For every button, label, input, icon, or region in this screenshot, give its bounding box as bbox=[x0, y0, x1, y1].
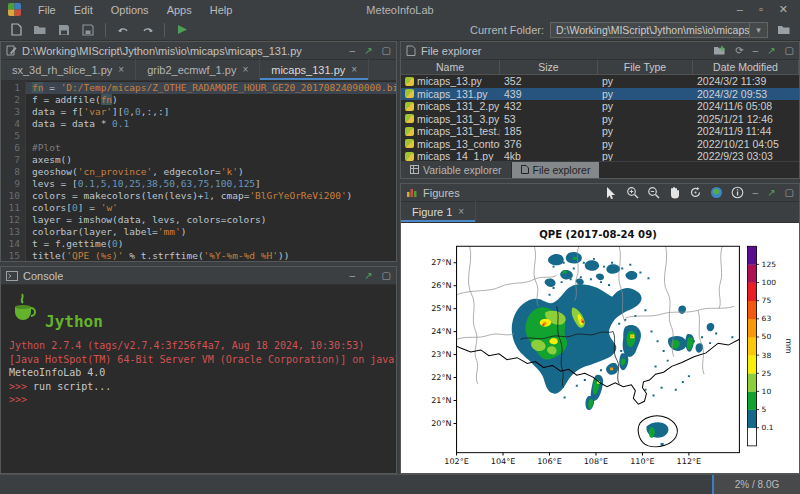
save-as-icon[interactable] bbox=[78, 21, 98, 39]
table-row[interactable]: micaps_13_contourf.py376py2022/10/21 04:… bbox=[401, 138, 799, 151]
table-row[interactable]: micaps_131_test.py185py2024/11/9 11:44 bbox=[401, 125, 799, 138]
menu-file[interactable]: File bbox=[29, 4, 65, 16]
run-script-icon[interactable] bbox=[172, 21, 192, 39]
save-icon[interactable] bbox=[54, 21, 74, 39]
svg-text:21°N: 21°N bbox=[431, 396, 451, 405]
float-panel-icon[interactable]: ↗ bbox=[364, 45, 372, 56]
code-editor[interactable]: 123456789101112131415 fn = 'D:/Temp/mica… bbox=[1, 81, 396, 261]
code-line[interactable]: f = addfile(fn) bbox=[26, 94, 396, 106]
console-panel-title: Console bbox=[23, 270, 63, 282]
code-line[interactable]: t = f.gettime(0) bbox=[26, 238, 396, 250]
table-row[interactable]: micaps_13.py352py2024/3/2 11:39 bbox=[401, 75, 799, 88]
figure-canvas[interactable]: QPE (2017-08-24 09)102°E104°E106°E108°E1… bbox=[401, 223, 799, 473]
close-window-icon[interactable]: ✕ bbox=[779, 3, 788, 16]
python-file-icon bbox=[405, 114, 414, 123]
app-logo-icon bbox=[8, 3, 21, 16]
file-icon bbox=[406, 45, 416, 56]
close-tab-icon[interactable]: × bbox=[118, 64, 124, 75]
line-number: 7 bbox=[1, 154, 20, 166]
tab-variable-explorer[interactable]: Variable explorer bbox=[401, 162, 512, 178]
figure-area: QPE (2017-08-24 09)102°E104°E106°E108°E1… bbox=[401, 223, 799, 473]
zoom-out-icon[interactable] bbox=[646, 185, 661, 200]
menu-options[interactable]: Options bbox=[102, 4, 158, 16]
file-type-cell: py bbox=[598, 75, 693, 87]
refresh-icon[interactable]: ⟳ bbox=[735, 45, 743, 56]
minimize-window-icon[interactable]: – bbox=[737, 3, 743, 16]
minimize-panel-icon[interactable]: – bbox=[753, 45, 759, 56]
minimize-panel-icon[interactable]: – bbox=[753, 187, 759, 198]
table-row[interactable]: micaps_131_2.py432py2024/11/6 05:08 bbox=[401, 100, 799, 113]
table-row[interactable]: micaps_14_1.py4kbpy2022/9/23 03:03 bbox=[401, 150, 799, 161]
browse-folder-icon[interactable] bbox=[774, 21, 794, 39]
console-output[interactable]: Jython Jython 2.7.4 (tags/v2.7.4:3f256f4… bbox=[1, 285, 396, 473]
figure-tab-bar: Figure 1 × bbox=[401, 202, 799, 223]
code-line[interactable] bbox=[26, 130, 396, 142]
column-header[interactable]: Name bbox=[401, 60, 500, 74]
editor-panel: D:\Working\MIScript\Jython\mis\io\micaps… bbox=[0, 41, 397, 262]
table-row[interactable]: micaps_131_3.py53py2025/1/21 12:46 bbox=[401, 113, 799, 126]
file-table-rows: micaps_13.py352py2024/3/2 11:39micaps_13… bbox=[401, 75, 799, 161]
editor-tab[interactable]: micaps_131.py× bbox=[260, 59, 369, 80]
line-number: 3 bbox=[1, 106, 20, 118]
column-header[interactable]: Size bbox=[500, 60, 598, 74]
code-line[interactable]: colorbar(layer, label='mm') bbox=[26, 226, 396, 238]
undo-icon[interactable] bbox=[113, 21, 133, 39]
current-folder-combobox[interactable]: D:\Working\MIScript\Jython\mis\io\micaps… bbox=[550, 22, 768, 38]
code-line[interactable]: data = f['var'][0,0,:,:] bbox=[26, 106, 396, 118]
code-line[interactable]: #Plot bbox=[26, 142, 396, 154]
code-line[interactable]: geoshow('cn_province', edgecolor='k') bbox=[26, 166, 396, 178]
zoom-in-icon[interactable] bbox=[625, 185, 640, 200]
file-size-cell: 376 bbox=[500, 138, 598, 150]
maximize-panel-icon[interactable]: ▢ bbox=[785, 45, 794, 56]
minimize-panel-icon[interactable]: – bbox=[350, 45, 356, 56]
figure-tab[interactable]: Figure 1 × bbox=[401, 201, 476, 222]
code-line[interactable]: layer = imshow(data, levs, colors=colors… bbox=[26, 214, 396, 226]
code-line[interactable]: colors[0] = 'w' bbox=[26, 202, 396, 214]
column-header[interactable]: Date Modified bbox=[693, 60, 799, 74]
code-line[interactable]: fn = 'D:/Temp/micaps/Z_OTHE_RADAMQPE_HOU… bbox=[26, 82, 396, 94]
redo-icon[interactable] bbox=[137, 21, 157, 39]
menu-apps[interactable]: Apps bbox=[158, 4, 201, 16]
code-line[interactable]: levs = [0.1,5,10,25,38,50,63,75,100,125] bbox=[26, 178, 396, 190]
close-tab-icon[interactable]: × bbox=[351, 64, 357, 75]
file-date-cell: 2024/11/6 05:08 bbox=[693, 100, 799, 112]
file-size-cell: 185 bbox=[500, 125, 598, 137]
editor-tab[interactable]: grib2_ecmwf_1.py× bbox=[136, 59, 260, 80]
svg-text:50: 50 bbox=[762, 333, 772, 342]
minimize-panel-icon[interactable]: – bbox=[350, 270, 356, 281]
pointer-cursor-icon[interactable] bbox=[604, 185, 619, 200]
menu-edit[interactable]: Edit bbox=[65, 4, 102, 16]
info-icon[interactable] bbox=[730, 185, 745, 200]
tab-file-explorer[interactable]: File explorer bbox=[512, 162, 601, 178]
new-folder-icon[interactable] bbox=[713, 45, 726, 56]
maximize-panel-icon[interactable]: ▢ bbox=[382, 270, 391, 281]
editor-tab[interactable]: sx_3d_rh_slice_1.py× bbox=[1, 59, 136, 80]
figure-tab-label: Figure 1 bbox=[412, 206, 452, 218]
maximize-window-icon[interactable]: ▫ bbox=[759, 3, 763, 16]
rotate-icon[interactable] bbox=[688, 185, 703, 200]
pan-hand-icon[interactable] bbox=[667, 185, 682, 200]
table-row[interactable]: micaps_131.py439py2024/3/2 09:53 bbox=[401, 88, 799, 101]
column-header[interactable]: File Type bbox=[598, 60, 693, 74]
code-line[interactable]: axesm() bbox=[26, 154, 396, 166]
globe-icon[interactable] bbox=[709, 185, 724, 200]
float-panel-icon[interactable]: ↗ bbox=[767, 45, 775, 56]
float-panel-icon[interactable]: ↗ bbox=[767, 187, 775, 198]
open-file-icon[interactable] bbox=[30, 21, 50, 39]
figures-title: Figures bbox=[423, 187, 460, 199]
close-tab-icon[interactable]: × bbox=[242, 64, 248, 75]
code-line[interactable]: data = data * 0.1 bbox=[26, 118, 396, 130]
svg-text:22°N: 22°N bbox=[431, 373, 451, 382]
float-panel-icon[interactable]: ↗ bbox=[364, 270, 372, 281]
new-file-icon[interactable] bbox=[6, 21, 26, 39]
close-tab-icon[interactable]: × bbox=[458, 206, 464, 217]
code-line[interactable]: title('QPE (%s)' % t.strftime('%Y-%m-%d … bbox=[26, 250, 396, 261]
menu-help[interactable]: Help bbox=[201, 4, 242, 16]
code-line[interactable]: colors = makecolors(len(levs)+1, cmap='B… bbox=[26, 190, 396, 202]
maximize-panel-icon[interactable]: ▢ bbox=[382, 45, 391, 56]
chevron-down-icon[interactable]: ▾ bbox=[749, 23, 767, 37]
console-panel-titlebar: Console – ↗ ▢ bbox=[1, 267, 396, 285]
memory-usage-indicator[interactable]: 2% / 8.0G bbox=[712, 475, 800, 494]
code-lines[interactable]: fn = 'D:/Temp/micaps/Z_OTHE_RADAMQPE_HOU… bbox=[26, 81, 396, 261]
maximize-panel-icon[interactable]: ▢ bbox=[785, 187, 794, 198]
